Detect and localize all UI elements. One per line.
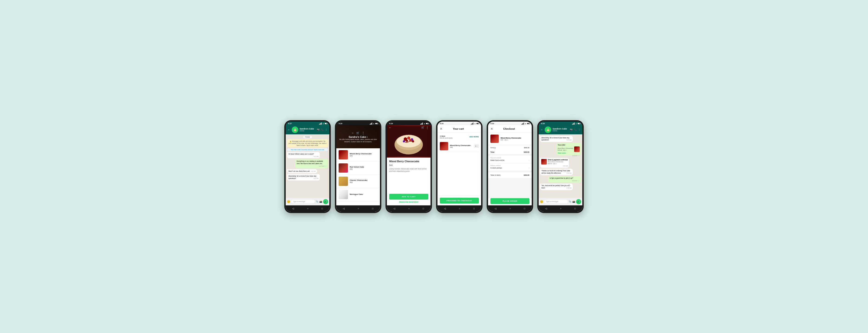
back-nav-2[interactable]: ◁ [341,207,346,210]
mic-button-1[interactable]: 🎤 [323,199,328,204]
recent-nav-4[interactable]: □ [471,207,476,210]
chat-header-icons-6[interactable]: 📷 📞 ⋮ [570,128,581,131]
recent-nav-5[interactable]: □ [522,207,527,210]
payment-method-section[interactable]: Payment method Debit Card ••1234 › [488,156,532,163]
back-nav-5[interactable]: ◁ [493,207,498,210]
back-nav-4[interactable]: ◁ [442,207,448,210]
product-detail-desc: Lovely summer cheesecake made with fresh… [389,168,428,173]
wifi-icon-6: ▲ [575,123,577,124]
emoji-icon[interactable]: 🙂 [287,200,290,203]
quantity-selector[interactable]: 1 ▾ [474,145,479,148]
svg-point-10 [412,140,414,142]
product-header-bar: ← 🛒 ⋮ [387,125,431,130]
mic-button-6[interactable]: 🎤 [576,199,581,204]
msg-6-2: Order & payment confirmed Mixed Berry Ch… [540,158,569,168]
svg-point-7 [406,140,408,142]
order-card-msg: Your order Mixed Berry Cheesecake$48.00 … [557,143,581,157]
more-icon-3[interactable]: ⋮ [426,126,429,129]
back-nav-6[interactable]: ◁ [543,207,549,210]
product-info-1: Mixed Berry Cheesecake $48 [350,153,372,157]
signal-icon-3 [420,123,423,125]
camera-icon-6[interactable]: 📸 [572,200,575,203]
phone-4: 9:30 ▲ ✕ Your cart 1 item [436,120,483,213]
video-icon-6[interactable]: 📷 [570,128,572,131]
close-icon-cart[interactable]: ✕ [440,127,442,131]
product-body: Mixed Berry Cheesecake $48 Lovely summer… [387,157,431,205]
cart-icon-2[interactable]: 🛒 [356,131,360,134]
payment-value: Debit Card ••1234 [490,159,504,161]
add-to-cart-button[interactable]: ADD TO CART [389,194,428,200]
chat-input-1[interactable]: Type a message [291,200,315,203]
home-nav-2[interactable]: ○ [356,207,361,210]
more-icon-2[interactable]: ⋮ [362,131,365,134]
phone-icon[interactable]: 📞 [321,128,324,131]
chat-header-6: ← 🎂 Sandra's Cake Online 📷 📞 ⋮ [539,125,582,134]
emoji-icon-6[interactable]: 🙂 [540,200,543,203]
chat-status-1: Online [300,130,315,131]
home-nav[interactable]: ○ [305,207,310,210]
chat-header-icons-1[interactable]: 📷 📞 ⋮ [317,128,328,131]
home-nav-6[interactable]: ○ [558,207,563,210]
place-order-button[interactable]: PLACE ORDER [490,198,529,204]
message-business-button[interactable]: MESSAGE BUSINESS [389,201,428,203]
status-bar-4: 9:30 ▲ [437,122,481,125]
product-image-4 [339,190,348,199]
list-item[interactable]: Mixed Berry Cheesecake $48 [336,148,380,161]
catalog-hero: ← 🛒 ⋮ Sandra's Cake › We offer freshly b… [336,125,380,148]
battery-icon-3 [426,123,428,124]
delivery-method-section[interactable]: Delivery method In store pickup › [488,163,532,171]
recent-nav-2[interactable]: □ [370,207,375,210]
status-bar-5: 9:30 ▲ [488,122,532,125]
time-2: 9:29 [339,123,342,125]
chat-status-6: Online [553,130,568,131]
chat-date: TODAY [303,136,312,138]
add-more-button[interactable]: ADD MORE [469,136,479,138]
back-nav-3[interactable]: ◁ [392,207,397,210]
cart-icon-3[interactable]: 🛒 [421,126,425,129]
phone-3: 9:29 ▲ [385,120,432,213]
list-item[interactable]: Red Velvet Cake $36 [336,161,380,175]
battery-icon-6 [578,123,580,124]
product-image-2 [339,163,348,173]
home-nav-4[interactable]: ○ [457,207,462,210]
camera-icon[interactable]: 📸 [319,200,322,203]
more-icon[interactable]: ⋮ [325,128,328,131]
msg-6-3: Thanks so much for ordering! Your cake w… [540,169,573,175]
status-icons-1: ▲ [319,123,327,125]
recent-nav-6[interactable]: □ [572,207,578,210]
back-nav[interactable]: ◁ [290,207,296,210]
grand-total-row: Total (1 item) $48.00 [488,172,532,178]
back-icon[interactable]: ← [287,128,290,131]
home-nav-5[interactable]: ○ [507,207,513,210]
chat-input-6[interactable]: Type a message [544,200,568,203]
more-icon-6[interactable]: ⋮ [578,128,581,131]
business-notice[interactable]: This chat is with a business account. Ta… [287,148,328,151]
catalog-store-subtitle: We offer freshly baked breads, cakes, pa… [336,138,380,143]
chat-body-6: Absolutely, let us know if you have any … [539,134,582,198]
recent-nav[interactable]: □ [319,207,325,210]
chevron-down-icon[interactable]: ▾ [477,145,477,147]
time-6: 9:35 [541,123,545,125]
attach-icon[interactable]: 📎 [316,200,318,203]
back-icon-3[interactable]: ← [389,126,392,129]
battery-icon [325,123,327,124]
delivery-label: Delivery method [490,165,529,166]
catalog-store-name: Sandra's Cake › [349,135,368,138]
home-nav-3[interactable]: ○ [406,207,411,210]
chat-header-1: ← 🎂 Sandra's Cake Online 📷 📞 ⋮ [286,125,329,134]
back-icon-2[interactable]: ← [351,131,354,134]
list-item[interactable]: Meringue Cake [336,188,380,201]
video-icon[interactable]: 📷 [317,128,319,131]
attach-icon-6[interactable]: 📎 [568,200,571,203]
proceed-checkout-button[interactable]: PROCEED TO CHECKOUT [440,198,479,204]
close-icon-checkout[interactable]: ✕ [490,127,493,131]
recent-nav-3[interactable]: □ [421,207,426,210]
back-icon-6[interactable]: ← [540,128,543,131]
status-icons-3: ▲ [420,123,428,125]
view-order-link[interactable]: View order [558,152,580,154]
list-item[interactable]: Classic Cheesecake $30 [336,175,380,188]
chat-input-bar-1: 🙂 Type a message 📎 📸 🎤 [286,198,329,205]
msg-1: Hi there! Which cakes are in stock? 9:27… [287,152,320,158]
time-5: 9:30 [490,123,494,125]
phone-icon-6[interactable]: 📞 [574,128,577,131]
